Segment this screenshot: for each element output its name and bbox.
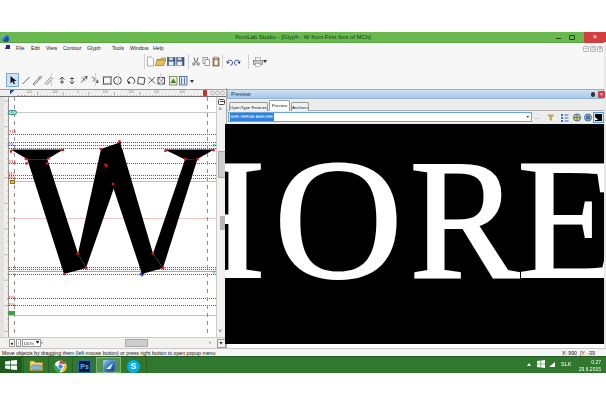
svg-text:R: R [410, 124, 521, 314]
svg-text:H: H [225, 124, 265, 314]
svg-text:E: E [517, 124, 604, 314]
svg-text:O: O [274, 124, 403, 314]
